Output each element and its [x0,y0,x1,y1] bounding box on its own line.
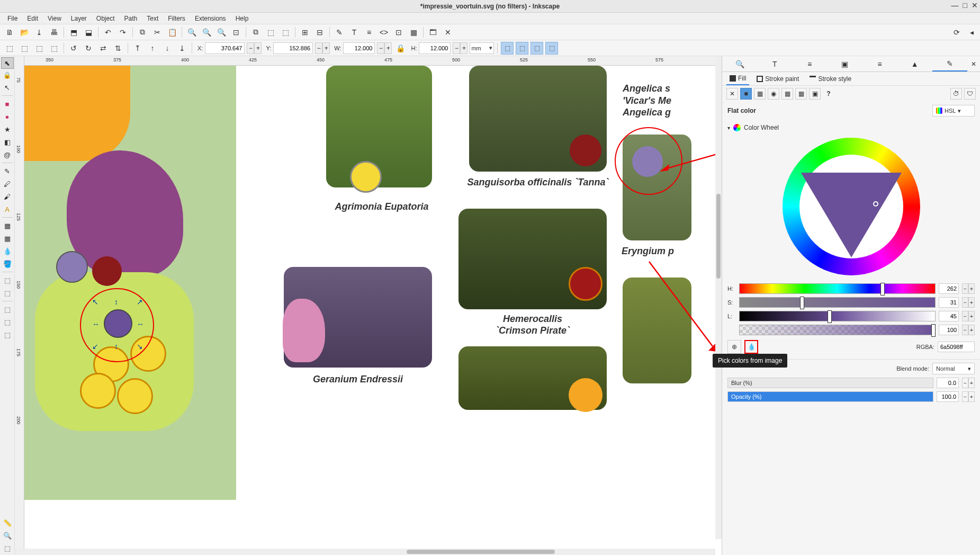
export-icon[interactable]: ⬓ [82,26,95,39]
opacity-input[interactable] [937,391,959,402]
color-dot[interactable] [569,378,603,412]
blur-dec-button[interactable]: − [962,378,968,388]
ellipse-tool[interactable]: ● [1,111,14,122]
rgba-input[interactable] [938,342,975,352]
color-dot[interactable] [350,161,382,193]
clone-icon[interactable]: ⬚ [264,26,277,39]
eraser-tool[interactable]: ⬚ [1,303,14,315]
redo-icon[interactable]: ↷ [116,26,129,39]
node-tool[interactable]: ↖ [1,82,14,93]
h-input[interactable] [419,42,451,54]
menu-help[interactable]: Help [231,14,253,23]
lock-aspect-icon[interactable]: 🔒 [394,42,407,55]
h-dec-button[interactable]: − [962,283,968,294]
plant-photo[interactable] [623,278,691,383]
h-inc-button[interactable]: + [460,42,467,54]
panel-close-button[interactable]: ✕ [967,56,980,71]
text-dialog-icon[interactable]: T [348,26,361,39]
invert-select-icon[interactable]: ⬚ [48,42,60,55]
color-manage-button[interactable]: ⊕ [727,340,741,354]
ungroup-icon[interactable]: ⊟ [313,26,326,39]
light-slider[interactable] [739,311,936,321]
menu-object[interactable]: Object [92,14,119,23]
blur-label[interactable]: Blur (%) [727,378,933,388]
x-dec-button[interactable]: − [247,42,254,54]
h-inc-button[interactable]: + [968,283,975,294]
unit-dropdown[interactable]: mm▾ [470,42,494,54]
x-input[interactable] [205,42,245,54]
x-inc-button[interactable]: + [254,42,262,54]
alpha-input[interactable] [939,325,959,335]
menu-extensions[interactable]: Extensions [191,14,230,23]
lower-icon[interactable]: ↓ [161,42,174,55]
cut-icon[interactable]: ✂ [151,26,164,39]
menu-edit[interactable]: Edit [23,14,42,23]
blur-inc-button[interactable]: + [968,378,975,388]
lower-bottom-icon[interactable]: ⤓ [176,42,188,55]
mesh-tool[interactable]: ▦ [1,232,14,244]
new-doc-icon[interactable]: 🗎 [3,26,16,39]
measure-tool[interactable]: 📏 [1,517,14,529]
circle-object[interactable] [80,373,116,409]
panel-tab-object[interactable]: ▣ [827,56,862,71]
panel-tab-transform[interactable]: ▲ [897,56,932,71]
3dbox-tool[interactable]: ◧ [1,136,14,148]
lpe-tool[interactable]: ⬚ [1,329,14,341]
copy-icon[interactable]: ⧉ [136,26,149,39]
save-icon[interactable]: ⤓ [33,26,46,39]
panel-tab-search[interactable]: 🔍 [722,56,757,71]
l-inc-button[interactable]: + [968,311,975,321]
dropper-tool[interactable]: 💧 [1,245,14,257]
spiral-tool[interactable]: @ [1,149,14,160]
a-inc-button[interactable]: + [968,325,975,335]
pages-tool[interactable]: ⬚ [1,542,14,554]
horizontal-scrollbar[interactable] [15,549,715,555]
sat-slider[interactable] [739,297,936,308]
paint-pattern-button[interactable]: ▦ [795,88,807,100]
y-input[interactable] [273,42,313,54]
sat-input[interactable] [939,297,959,308]
color-wheel-toggle[interactable]: ▾ Color Wheel [727,122,975,133]
layers-icon[interactable]: ≡ [363,26,375,39]
y-dec-button[interactable]: − [315,42,322,54]
docprefs-icon[interactable]: ✕ [442,26,454,39]
fill-tab[interactable]: Fill [726,73,749,85]
rect-tool[interactable]: ■ [1,98,14,110]
deselect-icon[interactable]: ⬚ [33,42,46,55]
affect-move-button[interactable]: ⬚ [501,42,514,55]
duplicate-icon[interactable]: ⧉ [249,26,262,39]
snap-menu-icon[interactable]: ◂ [965,26,978,39]
w-input[interactable] [343,42,375,54]
align-icon[interactable]: ⊡ [392,26,405,39]
paint-radial-button[interactable]: ◉ [768,88,779,100]
l-dec-button[interactable]: − [962,311,968,321]
op-dec-button[interactable]: − [962,391,968,402]
circle-object[interactable] [117,378,153,414]
calligraphy-tool[interactable]: 🖌 [1,191,14,202]
paint-hold-button[interactable]: ⏱ [950,88,962,100]
paint-swatch-button[interactable]: ▣ [809,88,821,100]
circle-object[interactable] [92,256,122,286]
op-inc-button[interactable]: + [968,391,975,402]
affect-pattern-button[interactable]: ⬚ [545,42,558,55]
menu-filters[interactable]: Filters [164,14,190,23]
stroke-paint-tab[interactable]: Stroke paint [753,73,802,85]
zoom-out-icon[interactable]: 🔍 [200,26,213,39]
tweak-tool[interactable]: ⬚ [1,274,14,286]
select-all-layers-icon[interactable]: ⬚ [18,42,31,55]
canvas[interactable]: ↖ ↕ ↗ ↔ ↔ ↙ ↕ ↘ Agrimonia Eupatoria Sang… [24,66,722,555]
ruler-vertical[interactable]: 75 100 125 150 175 200 [15,56,24,555]
affect-scale-button[interactable]: ⬚ [516,42,528,55]
transform-icon[interactable]: ▦ [407,26,420,39]
raise-top-icon[interactable]: ⤒ [131,42,144,55]
panel-tab-fill-stroke[interactable]: ✎ [932,56,967,71]
pink-shape[interactable] [283,299,325,362]
s-dec-button[interactable]: − [962,297,968,308]
group-icon[interactable]: ⊞ [299,26,311,39]
print-icon[interactable]: 🖶 [48,26,60,39]
affect-rotate-button[interactable]: ⬚ [531,42,543,55]
spray-tool[interactable]: ⬚ [1,287,14,299]
zoom-in-icon[interactable]: 🔍 [185,26,198,39]
color-wheel[interactable] [783,138,920,275]
s-inc-button[interactable]: + [968,297,975,308]
